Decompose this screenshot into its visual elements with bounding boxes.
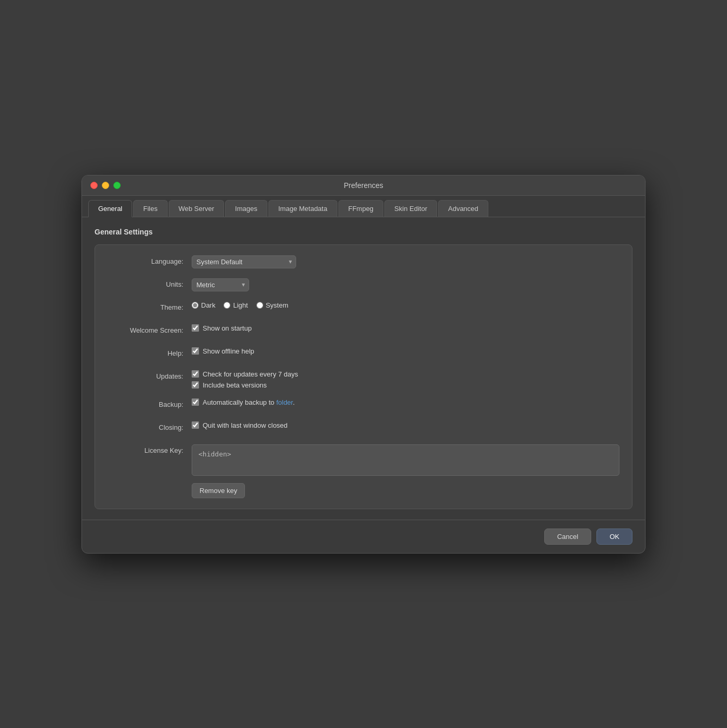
include-beta-checkbox[interactable] (192, 381, 199, 389)
license-key-label: License Key: (108, 444, 183, 454)
theme-system-label: System (266, 301, 288, 309)
minimize-button[interactable] (102, 182, 109, 189)
license-key-row: License Key: <hidden> Remove key (108, 444, 619, 498)
units-label: Units: (108, 278, 183, 288)
traffic-lights (90, 182, 121, 189)
tab-skin-editor[interactable]: Skin Editor (384, 200, 437, 217)
welcome-screen-control: Show on startup (192, 324, 619, 332)
welcome-screen-row: Welcome Screen: Show on startup (108, 324, 619, 338)
show-offline-help-option[interactable]: Show offline help (192, 347, 254, 355)
units-control: Metric Imperial (192, 278, 619, 291)
include-beta-label: Include beta versions (203, 381, 267, 389)
language-label: Language: (108, 255, 183, 265)
theme-label: Theme: (108, 301, 183, 311)
theme-system-radio[interactable] (256, 302, 263, 309)
show-on-startup-option[interactable]: Show on startup (192, 324, 252, 332)
backup-control: Automatically backup to folder. (192, 398, 619, 406)
backup-label: Backup: (108, 398, 183, 408)
title-bar: Preferences (82, 175, 645, 196)
window-title: Preferences (344, 181, 383, 190)
quit-on-close-option[interactable]: Quit with last window closed (192, 421, 288, 429)
theme-dark-option[interactable]: Dark (192, 301, 215, 309)
maximize-button[interactable] (113, 182, 121, 189)
check-updates-option[interactable]: Check for updates every 7 days (192, 370, 298, 378)
tab-bar: General Files Web Server Images Image Me… (82, 196, 645, 217)
help-control: Show offline help (192, 347, 619, 355)
updates-label: Updates: (108, 370, 183, 380)
backup-prefix: Automatically backup to (203, 398, 276, 406)
tab-web-server[interactable]: Web Server (169, 200, 224, 217)
content-area: General Settings Language: System Defaul… (82, 217, 645, 520)
closing-row: Closing: Quit with last window closed (108, 421, 619, 435)
units-select-wrapper: Metric Imperial (192, 278, 249, 291)
tab-general[interactable]: General (88, 200, 132, 217)
tab-files[interactable]: Files (133, 200, 167, 217)
section-title: General Settings (95, 228, 632, 236)
backup-option[interactable]: Automatically backup to folder. (192, 398, 295, 406)
backup-checkbox[interactable] (192, 398, 199, 406)
closing-label: Closing: (108, 421, 183, 431)
remove-key-button[interactable]: Remove key (192, 483, 245, 498)
welcome-screen-label: Welcome Screen: (108, 324, 183, 334)
show-on-startup-label: Show on startup (203, 324, 252, 332)
settings-panel: Language: System Default English French … (95, 244, 632, 509)
help-label: Help: (108, 347, 183, 357)
quit-on-close-label: Quit with last window closed (203, 421, 288, 429)
units-row: Units: Metric Imperial (108, 278, 619, 292)
updates-row: Updates: Check for updates every 7 days … (108, 370, 619, 389)
updates-control: Check for updates every 7 days Include b… (192, 370, 619, 389)
theme-light-option[interactable]: Light (224, 301, 248, 309)
backup-suffix: . (293, 398, 295, 406)
theme-light-radio[interactable] (224, 302, 230, 309)
tab-images[interactable]: Images (225, 200, 267, 217)
tab-image-metadata[interactable]: Image Metadata (268, 200, 337, 217)
close-button[interactable] (90, 182, 98, 189)
include-beta-option[interactable]: Include beta versions (192, 381, 267, 389)
backup-row: Backup: Automatically backup to folder. (108, 398, 619, 412)
theme-light-label: Light (233, 301, 248, 309)
license-key-box: <hidden> (192, 444, 619, 476)
backup-folder-link[interactable]: folder (276, 398, 293, 406)
closing-control: Quit with last window closed (192, 421, 619, 429)
tab-ffmpeg[interactable]: FFmpeg (338, 200, 383, 217)
quit-on-close-checkbox[interactable] (192, 421, 199, 429)
check-updates-label: Check for updates every 7 days (203, 370, 298, 378)
language-row: Language: System Default English French … (108, 255, 619, 269)
theme-control: Dark Light System (192, 301, 619, 309)
preferences-window: Preferences General Files Web Server Ima… (81, 175, 646, 554)
license-key-control: <hidden> Remove key (192, 444, 619, 498)
ok-button[interactable]: OK (596, 529, 632, 545)
tab-advanced[interactable]: Advanced (438, 200, 488, 217)
footer: Cancel OK (82, 520, 645, 553)
show-on-startup-checkbox[interactable] (192, 324, 199, 332)
language-select[interactable]: System Default English French German Spa… (192, 255, 296, 268)
theme-system-option[interactable]: System (256, 301, 288, 309)
language-control: System Default English French German Spa… (192, 255, 619, 268)
show-offline-help-checkbox[interactable] (192, 347, 199, 355)
units-select[interactable]: Metric Imperial (192, 278, 249, 291)
theme-dark-radio[interactable] (192, 302, 198, 309)
backup-text: Automatically backup to folder. (203, 398, 295, 406)
theme-row: Theme: Dark Light System (108, 301, 619, 315)
help-row: Help: Show offline help (108, 347, 619, 361)
theme-dark-label: Dark (201, 301, 215, 309)
cancel-button[interactable]: Cancel (544, 529, 591, 545)
language-select-wrapper: System Default English French German Spa… (192, 255, 296, 268)
show-offline-help-label: Show offline help (203, 347, 254, 355)
check-updates-checkbox[interactable] (192, 370, 199, 378)
